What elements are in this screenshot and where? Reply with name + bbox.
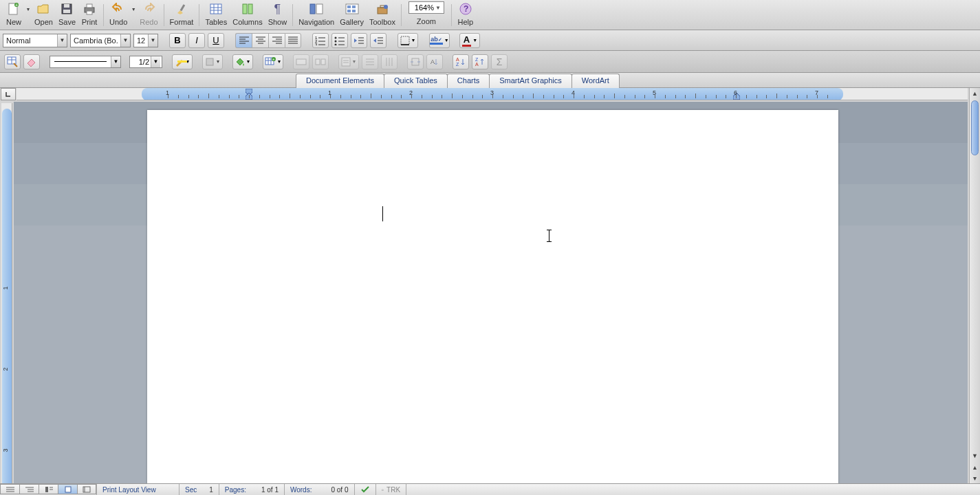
- open-button[interactable]: Open: [32, 1, 56, 29]
- section-cell: Sec 1: [179, 484, 219, 495]
- font-dropdown-icon[interactable]: ▼: [120, 34, 130, 47]
- align-center-button[interactable]: [252, 33, 268, 48]
- shading-button[interactable]: ▼: [202, 54, 223, 69]
- underline-button[interactable]: U: [208, 33, 224, 48]
- borders-button[interactable]: ▼: [398, 33, 418, 48]
- highlight-button[interactable]: ab✓ ▼: [429, 33, 450, 48]
- save-button[interactable]: Save: [56, 1, 78, 29]
- vruler-number: 1: [2, 286, 9, 289]
- style-input[interactable]: [3, 36, 57, 45]
- toolbox-label: Toolbox: [369, 18, 395, 26]
- zoom-dropdown-icon[interactable]: ▼: [434, 5, 442, 11]
- next-page-icon[interactable]: ▾: [970, 472, 980, 483]
- eraser-button[interactable]: [23, 54, 40, 69]
- text-direction-button[interactable]: A: [426, 54, 443, 69]
- tab-smartart[interactable]: SmartArt Graphics: [489, 74, 571, 88]
- new-dropdown[interactable]: ▼: [25, 1, 32, 16]
- align-left-button[interactable]: [235, 33, 252, 48]
- sort-asc-button[interactable]: AZ: [453, 54, 469, 69]
- size-input[interactable]: [134, 36, 148, 45]
- svg-rect-63: [401, 36, 409, 45]
- numbered-list-button[interactable]: 123: [312, 33, 329, 48]
- sort-desc-button[interactable]: ZA: [472, 54, 488, 69]
- font-combo[interactable]: ▼: [70, 34, 131, 47]
- print-button[interactable]: Print: [78, 1, 100, 29]
- insert-table-button[interactable]: + ▼: [263, 54, 283, 69]
- font-input[interactable]: [71, 36, 120, 45]
- print-label: Print: [82, 18, 98, 26]
- scroll-thumb[interactable]: [971, 100, 979, 155]
- undo-button[interactable]: Undo: [107, 1, 130, 29]
- svg-point-53: [335, 40, 337, 42]
- draw-table-button[interactable]: [4, 54, 21, 69]
- gallery-button[interactable]: Gallery: [337, 1, 367, 29]
- redo-button[interactable]: Redo: [137, 1, 160, 29]
- indent-button[interactable]: [370, 33, 386, 48]
- align-justify-button[interactable]: [285, 33, 301, 48]
- view-print-layout-button[interactable]: [58, 484, 77, 494]
- vertical-ruler[interactable]: 123: [1, 103, 12, 483]
- zoom-input[interactable]: [411, 3, 434, 12]
- italic-button[interactable]: I: [188, 33, 205, 48]
- new-button[interactable]: + New: [3, 1, 25, 29]
- tab-wordart[interactable]: WordArt: [571, 74, 620, 88]
- size-combo[interactable]: ▼: [133, 34, 158, 47]
- show-button[interactable]: ¶ Show: [265, 1, 290, 29]
- line-weight-input[interactable]: [130, 58, 151, 66]
- svg-rect-23: [352, 10, 356, 12]
- style-dropdown-icon[interactable]: ▼: [57, 34, 67, 47]
- fill-color-button[interactable]: ▼: [232, 54, 253, 69]
- align-cell-button[interactable]: ▼: [338, 54, 359, 69]
- svg-rect-15: [243, 4, 247, 14]
- undo-icon: [110, 1, 127, 16]
- bold-button[interactable]: B: [169, 33, 186, 48]
- scroll-up-icon[interactable]: ▲: [970, 88, 980, 99]
- tab-stop-selector[interactable]: [1, 88, 16, 100]
- tables-button[interactable]: Tables: [202, 1, 230, 29]
- navigation-button[interactable]: Navigation: [296, 1, 337, 29]
- size-dropdown-icon[interactable]: ▼: [148, 34, 157, 47]
- distribute-rows-button[interactable]: [362, 54, 378, 69]
- format-button[interactable]: Format: [167, 1, 197, 29]
- svg-point-26: [384, 5, 388, 9]
- svg-rect-68: [206, 58, 213, 65]
- autosum-button[interactable]: Σ: [491, 54, 508, 69]
- svg-rect-18: [316, 4, 323, 14]
- track-changes-cell[interactable]: ◦ TRK: [376, 484, 407, 495]
- tab-quick-tables[interactable]: Quick Tables: [384, 74, 448, 88]
- pages-label: Pages:: [225, 486, 246, 494]
- svg-rect-10: [210, 4, 221, 14]
- undo-dropdown[interactable]: ▼: [130, 1, 137, 16]
- bullet-list-button[interactable]: [331, 33, 348, 48]
- vertical-scrollbar[interactable]: ▲ ▼ ▴ ▾: [969, 88, 980, 483]
- open-label: Open: [34, 18, 53, 26]
- zoom-combo[interactable]: ▼: [409, 1, 444, 14]
- tab-document-elements[interactable]: Document Elements: [296, 74, 384, 88]
- svg-rect-5: [63, 10, 70, 13]
- view-publishing-button[interactable]: [39, 484, 58, 494]
- columns-button[interactable]: Columns: [230, 1, 265, 29]
- outdent-button[interactable]: [351, 33, 367, 48]
- pen-color-button[interactable]: ▼: [172, 54, 193, 69]
- merge-cells-button[interactable]: [293, 54, 309, 69]
- split-cells-button[interactable]: [312, 54, 329, 69]
- view-outline-button[interactable]: [19, 484, 39, 494]
- view-notebook-button[interactable]: [77, 484, 96, 494]
- line-weight-combo[interactable]: ▼: [129, 56, 162, 68]
- prev-page-icon[interactable]: ▴: [970, 461, 980, 472]
- document-area: [14, 102, 968, 483]
- document-page[interactable]: [147, 110, 838, 483]
- autofit-button[interactable]: [407, 54, 424, 69]
- font-color-button[interactable]: A ▼: [459, 33, 480, 48]
- scroll-down-icon[interactable]: ▼: [970, 450, 980, 461]
- help-button[interactable]: ? Help: [455, 1, 477, 29]
- style-combo[interactable]: ▼: [3, 34, 67, 47]
- view-draft-button[interactable]: [0, 484, 19, 494]
- line-style-combo[interactable]: ▼: [50, 56, 121, 68]
- toolbox-button[interactable]: Toolbox: [367, 1, 398, 29]
- distribute-cols-button[interactable]: [381, 54, 398, 69]
- tab-charts[interactable]: Charts: [447, 74, 490, 88]
- spell-check-cell[interactable]: [355, 484, 376, 495]
- horizontal-ruler[interactable]: 11234567: [17, 88, 968, 100]
- align-right-button[interactable]: [268, 33, 285, 48]
